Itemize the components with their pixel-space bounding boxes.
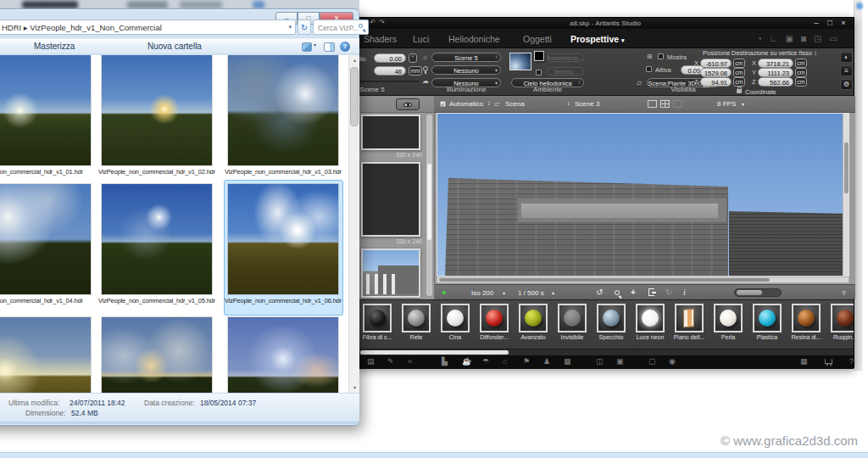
material-item[interactable]: Piano dell... <box>670 304 708 340</box>
active-checkbox[interactable] <box>646 66 652 72</box>
tab-prospettive[interactable]: Prospettive ▾ <box>570 34 625 44</box>
viewport-vscrollbar[interactable] <box>843 114 849 276</box>
shutter-spinner-icon[interactable]: ▴ <box>552 289 554 295</box>
help-icon[interactable]: ? <box>340 42 350 52</box>
folder-category-icon[interactable]: ▢ <box>648 357 656 366</box>
shutter-value[interactable]: 1 / 500 s <box>518 289 544 297</box>
minimize-button[interactable]: – <box>810 19 823 27</box>
burn-button[interactable]: Masterizza <box>34 42 75 51</box>
heliodon-dropdown[interactable]: Scene 5↕ <box>431 53 501 62</box>
scrollbar-thumb[interactable] <box>350 67 359 126</box>
shaders-category-icon[interactable]: ▤ <box>367 357 375 366</box>
viewpoint-thumbnail[interactable] <box>361 162 420 237</box>
dest-z-field[interactable]: 562.66 <box>758 77 793 87</box>
scroll-down-icon[interactable]: ▾ <box>349 383 359 393</box>
material-item[interactable]: Avanzato <box>515 304 552 340</box>
iso-value[interactable]: Iso 200 <box>471 289 493 297</box>
render-viewport[interactable] <box>437 113 849 276</box>
views-icon[interactable] <box>302 42 312 52</box>
shelf-scrollbar[interactable] <box>357 349 854 355</box>
globe-category-icon[interactable]: ◉ <box>669 357 676 366</box>
office-category-icon[interactable]: ⌂ <box>503 357 507 366</box>
people-category-icon[interactable]: ♟ <box>543 357 550 366</box>
contrast-tool-button[interactable]: ◐ <box>840 52 853 63</box>
file-list-scrollbar[interactable]: ▴ ▾ <box>348 55 359 393</box>
background-color-swatch[interactable] <box>534 51 544 61</box>
close-button[interactable]: × <box>837 19 850 27</box>
viewpoint-list-scrollbar[interactable] <box>426 114 432 296</box>
material-item[interactable]: Resina di... <box>787 304 825 340</box>
show-checkbox[interactable] <box>658 53 664 59</box>
dest-x-field[interactable]: 3718.21 <box>758 59 793 68</box>
material-item[interactable]: Rete <box>398 304 435 340</box>
iso-spinner-icon[interactable]: ▴ <box>503 289 505 295</box>
viewpoint-thumbnail[interactable] <box>361 114 420 150</box>
layers-icon[interactable]: ▣ <box>786 34 801 43</box>
water-category-icon[interactable]: ≈ <box>408 357 412 366</box>
settings-gear-button[interactable]: ⚙ <box>840 79 853 90</box>
render-progress[interactable] <box>734 288 782 297</box>
terrain-button[interactable]: Terreno... <box>547 67 584 75</box>
search-input[interactable]: Cerca VizP... <box>313 20 369 35</box>
auto-checkbox[interactable]: ✓ <box>440 101 446 107</box>
camera-icon[interactable]: ◙ <box>801 34 814 43</box>
roll-field[interactable]: 0.00 <box>374 53 406 63</box>
tab-shaders[interactable]: Shaders <box>364 34 397 44</box>
dest-y-field[interactable]: 1111.23 <box>758 68 793 77</box>
timer-icon[interactable]: ◔ <box>757 34 770 43</box>
preview-pane-icon[interactable] <box>324 42 335 52</box>
furniture-category-icon[interactable]: ▙ <box>442 357 448 366</box>
chevron-down-icon[interactable]: ▾ <box>314 42 316 47</box>
material-item[interactable]: Plastica <box>748 304 786 340</box>
layout-single-icon[interactable] <box>648 100 657 108</box>
material-item[interactable]: Invisibile <box>554 304 591 340</box>
layout-quad-icon[interactable] <box>660 100 670 108</box>
tab-luci[interactable]: Luci <box>413 34 429 44</box>
scrollbar-thumb[interactable] <box>427 164 431 240</box>
fps-label[interactable]: 8 FPS <box>717 100 736 108</box>
tab-heliodoniche[interactable]: Heliodoniche <box>448 34 500 44</box>
pan-icon[interactable]: + <box>631 288 636 297</box>
focal-field[interactable]: 46 <box>374 66 406 75</box>
rgb-tool-button[interactable]: ≡ <box>840 65 853 76</box>
grid-view-icon[interactable]: ▦ <box>800 357 808 366</box>
breadcrumb[interactable]: HDRI ▸ VizPeople_hdr_v1_Non_Commercial ▾ <box>0 20 296 35</box>
info-icon[interactable]: i <box>683 288 686 297</box>
viewport-hscrollbar[interactable] <box>437 276 849 283</box>
billboards-category-icon[interactable]: ◫ <box>596 357 604 366</box>
scroll-up-icon[interactable]: ▴ <box>349 55 359 65</box>
help-label[interactable]: ? <box>842 289 845 297</box>
chevron-down-icon[interactable]: ▾ <box>288 24 292 31</box>
vegetation-category-icon[interactable]: ☂ <box>482 357 489 366</box>
viewpoint-thumbnail[interactable] <box>361 249 420 298</box>
door-icon[interactable] <box>648 288 654 296</box>
updown-icon[interactable]: ↕ <box>487 100 491 106</box>
scrollbar-thumb[interactable] <box>844 142 849 193</box>
sky-preview-thumbnail[interactable] <box>509 53 531 70</box>
cart-icon[interactable] <box>825 359 832 364</box>
material-item[interactable]: Perla <box>709 304 747 340</box>
magnifier-icon[interactable] <box>615 290 620 295</box>
ruler-icon[interactable]: ∟ <box>770 34 786 43</box>
scrollbar-thumb[interactable] <box>360 350 509 355</box>
material-item[interactable]: Luce neon <box>632 304 669 340</box>
crop-icon[interactable]: ◳ <box>814 34 829 43</box>
material-item[interactable]: Specchio <box>593 304 630 340</box>
lights-dropdown[interactable]: Nessuno▾ <box>431 65 501 75</box>
artlantis-titlebar[interactable]: ▣↶↷ a8.skp - Artlantis Studio –□× <box>357 18 854 29</box>
new-folder-button[interactable]: Nuova cartella <box>147 42 202 51</box>
material-item[interactable]: Ruggin... <box>826 304 854 340</box>
refresh-button[interactable]: ↻ <box>298 20 311 35</box>
tab-oggetti[interactable]: Oggetti <box>523 34 552 44</box>
display-icon[interactable]: ▭ <box>830 34 845 43</box>
material-item[interactable]: Cina <box>437 304 474 340</box>
layout-alt-icon[interactable] <box>673 100 682 108</box>
scene-select[interactable]: Scene 3 <box>575 100 599 108</box>
updown-icon[interactable]: ↕ <box>567 100 570 106</box>
focal-slider[interactable] <box>359 81 420 82</box>
refresh-icon[interactable]: ↻ <box>665 288 672 297</box>
ambient-checkbox[interactable] <box>536 70 542 75</box>
images-category-icon[interactable]: ▣ <box>616 357 624 366</box>
pos-z-field[interactable]: 94.91 <box>700 77 732 87</box>
eye-button[interactable] <box>396 98 420 110</box>
